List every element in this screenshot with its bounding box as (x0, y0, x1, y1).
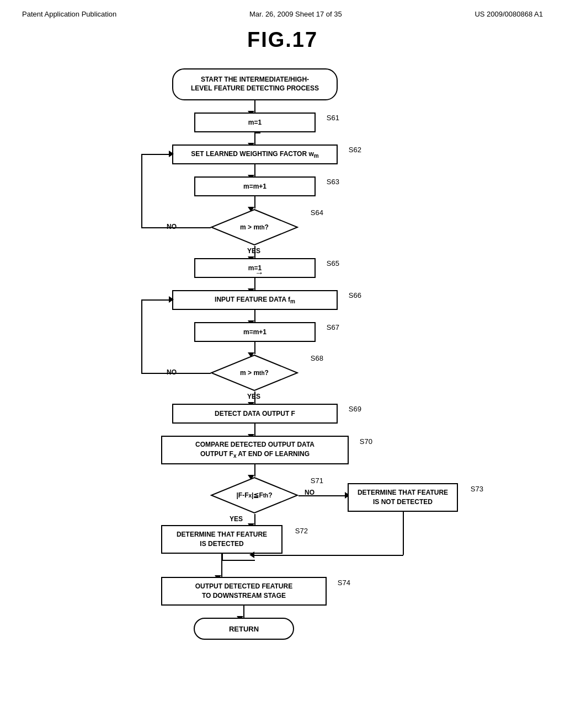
s70-box: COMPARE DETECTED OUTPUT DATAOUTPUT Fx AT… (161, 436, 349, 464)
header-right: US 2009/0080868 A1 (475, 10, 543, 18)
s62-box: SET LEARNED WEIGHTING FACTOR wm S62 (172, 144, 338, 164)
s73-box: DETERMINE THAT FEATUREIS NOT DETECTED S7… (348, 483, 458, 512)
header-middle: Mar. 26, 2009 Sheet 17 of 35 (249, 10, 342, 18)
s71-yes-label: YES (230, 515, 243, 523)
start-node: START THE INTERMEDIATE/HIGH-LEVEL FEATUR… (172, 68, 338, 100)
s69-box: DETECT DATA OUTPUT F S69 (172, 404, 338, 424)
s61-box: m=1 S61 (194, 113, 316, 132)
s72-box: DETERMINE THAT FEATUREIS DETECTED S72 (161, 525, 282, 554)
s68-yes-label: YES (247, 393, 260, 400)
s64-yes-label: YES (247, 247, 260, 255)
header-left: Patent Application Publication (22, 10, 116, 18)
end-node: RETURN (194, 618, 294, 640)
s64-diamond: m > mth? S64 (210, 208, 299, 246)
s74-box: OUTPUT DETECTED FEATURETO DOWNSTREAM STA… (161, 577, 327, 606)
s67-box: m=m+1 S67 (194, 322, 316, 342)
s68-no-label: NO (167, 368, 177, 376)
s63-box: m=m+1 S63 (194, 176, 316, 196)
s71-diamond: |F-Fx|≦Fth? S71 (210, 477, 299, 514)
page-title: FIG.17 (0, 28, 565, 52)
header: Patent Application Publication Mar. 26, … (0, 0, 565, 18)
s66-box: INPUT FEATURE DATA fm S66 (172, 290, 338, 310)
s68-diamond: m > mth? S68 (210, 354, 299, 392)
s64-no-label: NO (167, 223, 177, 231)
flowchart: START THE INTERMEDIATE/HIGH-LEVEL FEATUR… (84, 68, 481, 697)
